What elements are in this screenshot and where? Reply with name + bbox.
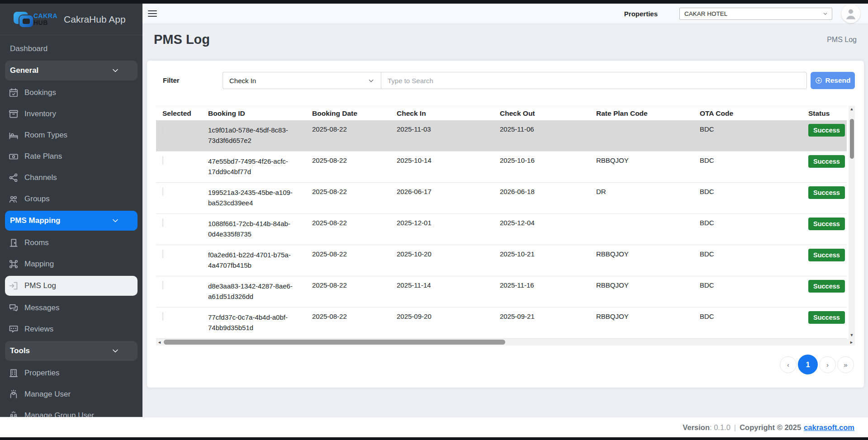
status-badge: Success [808,249,845,261]
ota-code-cell: BDC [700,188,808,195]
sidebar-item-groups[interactable]: Groups [0,188,142,209]
status-badge: Success [808,186,845,199]
horizontal-scrollbar[interactable]: ◄ ► [156,339,855,345]
sidebar-item-rate-plans[interactable]: Rate Plans [0,146,142,167]
sidebar-item-tools[interactable]: Tools [5,341,138,361]
check-out-cell: 2025-10-16 [500,156,596,164]
sidebar-item-label: Messages [24,303,59,312]
pagination-prev-button[interactable]: ‹ [780,356,797,373]
calendar-icon [9,88,19,98]
money-icon [9,151,19,161]
check-in-cell: 2025-10-20 [397,250,500,258]
ota-code-cell: BDC [700,281,808,289]
booking-date-cell: 2025-08-22 [312,125,397,133]
chevron-down-icon [368,77,375,84]
booking-date-cell: 2025-08-22 [312,156,397,164]
version-label: Version [683,423,710,432]
check-in-cell: 2026-06-17 [397,188,500,195]
row-checkbox[interactable] [162,125,163,133]
app-name: CakraHub App [64,14,126,25]
inventory-icon [9,109,19,119]
version-value: : 0.1.0 [710,423,730,432]
table-row[interactable]: 47e55bd7-7495-4f26-acfc-17dd9c4bf77d2025… [156,151,847,183]
breadcrumb[interactable]: PMS Log [827,36,857,44]
menu-toggle-icon[interactable] [148,10,157,17]
booking-id-cell: 77cfd37c-0c7a-4b4d-a0bf-74bb9d35b51d [208,312,312,333]
sidebar-item-inventory[interactable]: Inventory [0,103,142,124]
sidebar-item-general[interactable]: General [5,61,138,80]
property-select[interactable]: CAKAR HOTEL [679,8,832,20]
sidebar-item-room-types[interactable]: Room Types [0,124,142,146]
sidebar-item-label: Dashboard [10,44,47,53]
sidebar-item-messages[interactable]: Messages [0,297,142,318]
booking-date-cell: 2025-08-22 [312,281,397,289]
table-row[interactable]: 77cfd37c-0c7a-4b4d-a0bf-74bb9d35b51d2025… [156,308,847,339]
horizontal-scroll-thumb[interactable] [164,340,505,345]
sidebar-item-pms-log[interactable]: PMS Log [5,276,138,296]
booking-date-cell: 2025-08-22 [312,312,397,320]
pagination-page-button[interactable]: 1 [798,355,818,374]
rate-plan-code-cell: RBBQJOY [596,281,700,289]
door-icon [9,238,19,248]
sidebar-item-reviews[interactable]: Reviews [0,318,142,340]
rate-plan-code-cell: RBBQJOY [596,156,700,164]
column-header-rate-plan-code: Rate Plan Code [596,109,700,118]
status-badge: Success [808,280,845,293]
sidebar-item-dashboard[interactable]: Dashboard [0,38,142,59]
scroll-right-icon[interactable]: ► [849,340,854,345]
status-badge: Success [808,124,845,137]
plus-circle-icon [815,77,822,84]
sidebar-nav: DashboardGeneralBookingsInventoryRoom Ty… [0,35,142,417]
table-row[interactable]: f0a2ed61-b22d-4701-b75a-4a4707fb415b2025… [156,245,847,276]
resend-button[interactable]: Resend [811,72,855,89]
vertical-scroll-thumb[interactable] [850,119,854,159]
filter-type-select[interactable]: Check In [223,72,381,89]
footer: Version : 0.1.0 | Copyright © 2025 cakra… [0,417,868,437]
booking-date-cell: 2025-08-22 [312,188,397,195]
row-checkbox[interactable] [162,218,163,227]
rate-plan-code-cell: DR [596,188,700,195]
sidebar-item-manage-user[interactable]: Manage User [0,383,142,405]
row-checkbox[interactable] [162,250,163,258]
table-row[interactable]: 199521a3-2435-45be-a109-ba523cd39ee42025… [156,183,847,214]
booking-id-cell: 1088f661-72cb-414b-84ab-0d4e335f8735 [208,219,312,239]
page-title: PMS Log [154,32,210,47]
table-row[interactable]: 1088f661-72cb-414b-84ab-0d4e335f87352025… [156,214,847,245]
table-header-row: SelectedBooking IDBooking DateCheck InCh… [156,106,847,120]
copyright-text: Copyright © 2025 [740,423,801,432]
cakrahub-logo-icon [14,10,37,29]
topbar: Properties CAKAR HOTEL [142,4,868,24]
scroll-down-icon[interactable]: ▼ [850,332,854,339]
sidebar-item-label: Properties [24,369,59,378]
sidebar-item-pms-mapping[interactable]: PMS Mapping [5,211,138,231]
sidebar-item-manage-group-user[interactable]: Manage Group User [0,405,142,417]
sidebar-item-bookings[interactable]: Bookings [0,82,142,103]
table-row[interactable]: 1c9f01a0-578e-45df-8c83-73d3f6d657e22025… [156,120,847,151]
vertical-scrollbar[interactable]: ▲ ▼ [849,106,855,339]
brand[interactable]: CAKRA HUB CakraHub App [0,4,142,35]
scroll-up-icon[interactable]: ▲ [850,106,854,113]
search-input[interactable] [381,72,807,89]
cakrasoft-link[interactable]: cakrasoft.com [804,423,854,432]
row-checkbox[interactable] [162,281,163,289]
sidebar-item-rooms[interactable]: Rooms [0,232,142,253]
row-checkbox[interactable] [162,156,163,165]
avatar[interactable] [841,4,860,23]
sidebar-item-properties[interactable]: Properties [0,362,142,383]
row-checkbox[interactable] [162,312,163,321]
table-row[interactable]: d8e3aa83-1342-4287-8ae6-a61d51d326dd2025… [156,276,847,308]
scroll-left-icon[interactable]: ◄ [157,340,161,345]
sidebar-item-label: Channels [24,173,57,182]
booking-date-cell: 2025-08-22 [312,219,397,227]
mapping-icon [9,259,19,269]
row-checkbox[interactable] [162,187,163,196]
sidebar-item-channels[interactable]: Channels [0,167,142,188]
sidebar-item-label: Manage Group User [24,411,94,417]
log-icon [9,281,19,291]
sidebar-item-mapping[interactable]: Mapping [0,253,142,274]
sidebar-section-label: PMS Mapping [10,216,60,225]
sidebar-item-label: Rooms [24,238,49,247]
pagination-next-button[interactable]: › [819,356,836,373]
pagination-last-button[interactable]: » [837,356,854,373]
booking-date-cell: 2025-08-22 [312,250,397,258]
